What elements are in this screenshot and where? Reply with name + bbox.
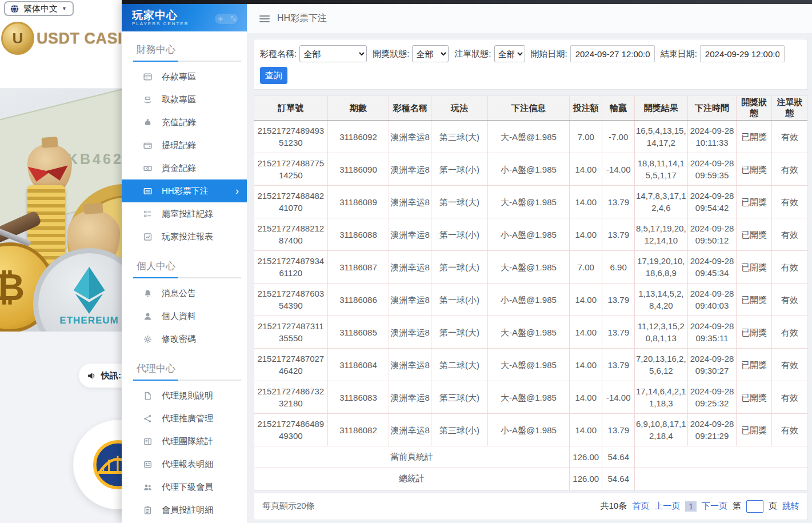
ethereum-label: ETHEREUM [59,315,118,326]
cell-draw-result: 16,5,4,13,15,14,17,2 [634,121,687,153]
cell-play-type: 第三球(小) [431,414,488,446]
person-icon [143,312,153,321]
prev-page-link[interactable]: 上一页 [654,501,680,512]
chevron-right-icon: › [235,186,239,196]
cell-bet-amount: 14.00 [570,218,602,251]
cell-bet-time: 2024-09-28 09:54:42 [687,186,737,218]
column-header-bet-time: 下注時間 [687,96,737,121]
sidebar-item[interactable]: 存款專區 [122,65,247,88]
order-status-select[interactable]: 全部 [494,45,525,62]
cell-bet-info: 大-A盤@1.985 [487,251,569,284]
sidebar-item[interactable]: 取款專區 [122,88,247,111]
page: 繁体中文 ▼ U USDT CASINO KB46279 ₿ [0,0,812,523]
bill-serial-text: KB46279 [67,151,122,167]
jump-button[interactable]: 跳转 [782,501,799,512]
column-header-draw-status: 開獎狀態 [737,96,772,121]
start-date-input[interactable] [570,45,655,62]
cell-bet-info: 大-A盤@1.985 [487,121,569,153]
column-header-win-loss: 輸贏 [602,96,634,121]
cell-lottery-name: 澳洲幸运8 [389,153,431,186]
draw-status-select[interactable]: 全部 [412,45,449,62]
sidebar-item[interactable]: 充值記錄 [122,111,247,134]
table-row: 215217274873113555031186085澳洲幸运8第一球(大)大-… [254,316,807,349]
cell-lottery-name: 澳洲幸运8 [389,316,431,349]
cell-win-loss: 13.79 [602,414,634,446]
sidebar-item-label: 代理報表明細 [162,459,213,470]
site-logo[interactable]: U USDT CASINO [1,22,122,55]
cell-bet-time: 2024-09-28 10:11:33 [687,121,737,153]
sidebar-item-label: 存款專區 [162,71,196,82]
page-total-row: 當前頁統計 126.00 54.64 [254,446,807,468]
cell-order-no: 2152172748877514250 [254,153,327,186]
first-page-link[interactable]: 首页 [632,501,649,512]
page-number-input[interactable] [746,500,763,513]
pagination-bar: 每頁顯示20條 共10条 首页 上一页 1 下一页 第 页 跳转 [254,493,808,520]
sidebar-item-label: 廳室投註記錄 [162,209,213,219]
column-header-order-status: 注單狀態 [771,96,807,121]
sidebar-title: 玩家中心 [132,10,189,21]
sidebar-item[interactable]: 代理下級會員 [122,476,247,498]
cell-win-loss: 13.79 [602,316,634,349]
menu-toggle-icon[interactable] [259,15,270,22]
cell-bet-amount: 14.00 [570,186,602,218]
cell-draw-result: 17,19,20,10,18,6,8,9 [634,251,687,284]
cell-draw-result: 17,14,6,4,2,11,18,3 [634,381,687,414]
cell-draw-status: 已開獎 [737,121,772,153]
filter-panel: 彩種名稱: 全部 開獎狀態: 全部 注單狀態: 全部 開始日期: 結束日期: 查… [254,39,808,90]
sidebar-item[interactable]: 代理規則說明 [122,384,247,407]
cell-order-status: 有效 [771,414,807,446]
cell-period: 31186085 [327,316,389,349]
sidebar-item[interactable]: 會員投註明細 [122,498,247,521]
column-header-bet-amount: 投注額 [570,96,602,121]
language-selector[interactable]: 繁体中文 ▼ [4,1,74,16]
cell-draw-result: 8,5,17,19,20,12,14,10 [634,218,687,251]
end-date-input[interactable] [700,45,785,62]
cell-bet-info: 小-A盤@1.985 [487,218,569,251]
cell-order-no: 2152172748702746420 [254,349,327,381]
page-size-label: 每頁顯示20條 [262,501,315,512]
cell-draw-result: 6,9,10,8,17,12,18,4 [634,414,687,446]
sidebar-item[interactable]: 修改密碼 [122,328,247,350]
table-row: 215217274894935123031186092澳洲幸运8第三球(大)大-… [254,121,807,153]
cell-draw-status: 已開獎 [737,316,772,349]
cell-lottery-name: 澳洲幸运8 [389,186,431,218]
wallet-icon [143,141,153,150]
cell-win-loss: 13.79 [602,349,634,381]
table-row: 215217274864894930031186082澳洲幸运8第三球(小)小-… [254,414,807,446]
sidebar-item[interactable]: 資金記錄 [122,157,247,179]
cell-period: 31186086 [327,284,389,316]
language-label: 繁体中文 [23,3,58,14]
cell-win-loss: 13.79 [602,218,634,251]
sidebar-item[interactable]: 代理推廣管理 [122,407,247,430]
sidebar-item-label: 代理推廣管理 [162,413,213,424]
lottery-name-select[interactable]: 全部 [299,45,367,62]
cell-play-type: 第一球(小) [431,284,488,316]
cell-win-loss: -14.00 [602,381,634,414]
cell-lottery-name: 澳洲幸运8 [389,251,431,284]
sidebar-item[interactable]: 玩家投注報表 [122,225,247,248]
order-status-label: 注單狀態: [454,49,491,59]
sidebar-item[interactable]: 代理報表明細 [122,453,247,476]
sidebar-item[interactable]: 代理團隊統計 [122,430,247,453]
clipboard-icon [143,505,153,515]
site-top-bar: 繁体中文 ▼ U USDT CASINO [0,0,122,89]
sidebar-item[interactable]: HH彩票下注› [122,179,247,202]
sidebar-item-label: 會員投註明細 [162,505,213,516]
next-page-link[interactable]: 下一页 [702,501,727,512]
column-header-period: 期數 [327,96,389,121]
cell-bet-time: 2024-09-28 09:40:03 [687,284,737,316]
end-date-label: 結束日期: [661,49,697,59]
sidebar-item[interactable]: 廳室投註記錄 [122,202,247,225]
table-row: 215217274876035439031186086澳洲幸运8第一球(小)小-… [254,284,807,316]
cell-draw-status: 已開獎 [737,251,772,284]
cell-period: 31186083 [327,381,389,414]
sidebar-item[interactable]: 消息公告 [122,282,247,305]
sidebar-item-label: 修改密碼 [162,334,196,345]
logo-coin: U [1,22,34,55]
cell-order-no: 2152172748848241070 [254,186,327,218]
cell-bet-amount: 14.00 [570,316,602,349]
query-button[interactable]: 查詢 [260,67,287,84]
sidebar-item[interactable]: 個人資料 [122,305,247,328]
sidebar-item[interactable]: 提現記錄 [122,134,247,157]
cell-order-status: 有效 [771,316,807,349]
